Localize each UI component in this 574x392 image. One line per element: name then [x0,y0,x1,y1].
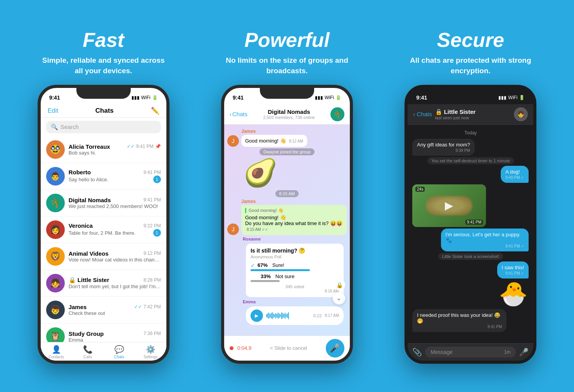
chat-preview: Vote now! Moar cat videos in this channe… [69,257,161,263]
date-separator: Today [408,130,533,136]
status-time-1: 9:41 [49,95,60,101]
avatar: 🥸 [46,140,65,159]
poll-content: Is it still morning? 🤔 Anonymous Poll ✓ … [246,244,344,297]
sender-name-2: James [241,199,347,204]
msg-time: 9:40 PM ✓ [505,175,524,180]
settings-icon: ⚙️ [146,345,156,354]
read-check: ✓✓ [134,304,142,309]
msg-row-left-2: I needed proof this was your idea! 😂🤭 9:… [408,309,533,332]
poll-label-2: Not sure [275,273,294,279]
msg-right: A dog! 9:40 PM ✓ [501,166,529,183]
search-placeholder: Search [61,124,79,130]
notch-2 [260,88,314,99]
chat-preview: We just reached 2,500 members! WOO! [69,203,161,209]
group-sub: 2,503 members, 736 online [251,115,327,120]
list-item[interactable]: 👨 Roberto 9:41 PM Say hello to Alice. 1 [41,163,166,190]
poll-option-2[interactable]: 33% Not sure [251,273,339,282]
wv-bar [284,314,284,318]
scroll-down-button[interactable]: ⌄ [333,292,345,304]
chats-icon: 💬 [114,345,124,354]
panel-secure-subtitle: All chats are protected with strong encr… [408,55,533,76]
poll-time: 8:16 AM [251,289,339,293]
wv-bar [275,313,276,318]
sender-name: James [241,129,307,134]
system-msg-screenshot: Little Sister took a screenshot! [438,253,503,260]
mic-icon[interactable]: 🎤 [519,347,529,357]
back-button-2[interactable]: ‹ Chats [230,111,247,117]
msg-time-4: 9:41 PM [417,325,502,329]
list-item[interactable]: 🥸 Alicia Torreaux ✓✓ 9:41 PM 📌 Bob says … [41,136,166,163]
voice-sender: Emma [243,299,347,304]
message-placeholder: Message [430,349,453,355]
attach-icon[interactable]: 📎 [412,347,422,357]
back-button-3[interactable]: ‹ Chats [413,111,432,117]
unread-badge: 1 [153,229,161,237]
group-messages: J James Good morning! 👋 8:12 AM Dwayne j… [224,125,350,335]
tab-contacts-label: Contacts [48,355,64,359]
poll-option-1[interactable]: ✓ 67% Sure! [251,262,339,271]
group-info: Digital Nomads 2,503 members, 736 online [251,108,327,120]
panel-fast: Fast Simple, reliable and synced across … [12,21,195,371]
chat-time: 9:41 PM [144,197,161,203]
calls-icon: 📞 [83,345,93,354]
tab-settings[interactable]: ⚙️ Settings [135,345,166,359]
phone-powerful: 9:41 ▮▮▮ WiFi 🔋 ‹ Chats Digital Nomads 2… [221,85,353,364]
wv-bar [288,312,289,319]
notch-1 [76,88,131,99]
wifi-icon-2: WiFi [325,95,334,100]
panel-powerful: Powerful No limits on the size of groups… [195,21,379,371]
signal-icon-3: ▮▮▮ [498,95,507,100]
poll-card: Roxanne Is it still morning? 🤔 Anonymous… [243,237,347,297]
compose-button[interactable]: ✏️ [151,107,159,115]
voice-content: ▶ [246,306,344,325]
play-button[interactable]: ▶ [251,309,263,322]
sender-avatar-2: J [227,224,239,235]
mic-button[interactable]: 🎤 [326,339,344,358]
poll-sender: Roxanne [243,237,347,241]
chat-time: 9:22 PM [144,223,161,229]
chat-time: 9:41 PM [136,144,154,149]
wifi-icon-3: WiFi [508,95,517,100]
pin-icon: 📌 [155,144,161,149]
panel-secure-title: Secure [437,28,504,52]
list-item[interactable]: 👩 Veronica 9:22 PM Table for four, 2 PM.… [41,217,166,243]
tab-calls[interactable]: 📞 Calls [72,345,104,359]
system-msg-destruct: You set the self-destruct timer to 1 min… [427,157,514,164]
wv-bar [268,313,269,319]
chat-time: 7:42 PM [144,304,161,309]
chevron-left-icon-3: ‹ [413,111,415,117]
status-time-3: 9:41 [416,95,427,101]
poll-voted: 345 voted [251,284,339,289]
wv-bar [272,312,273,319]
search-bar[interactable]: 🔍 Search [46,121,161,133]
message-bubble: Good morning! 👋 8:12 AM [241,135,307,147]
lock-icon: 🔒 [334,280,345,291]
msg-group-2: J James Good morning! 👋 Good morning! 👋D… [227,199,347,235]
tab-contacts[interactable]: 👤 Contacts [41,345,72,359]
battery-icon-2: 🔋 [335,95,341,100]
contact-avatar: 👧 [514,107,528,121]
avatar: 👦 [46,301,65,319]
chats-header: Edit Chats ✏️ [41,104,166,118]
wv-bar [273,313,274,318]
panel-secure: Secure All chats are protected with stro… [379,21,562,371]
list-item[interactable]: 👦 James ✓✓ 7:42 PM Check these out [41,297,166,323]
chat-name: Study Group [69,330,104,337]
list-item[interactable]: 👧 🔒 Little Sister 8:28 PM Don't tell mom… [41,270,166,297]
message-input[interactable]: Message 1m [425,347,516,358]
chat-preview: Bob says hi. [69,150,161,156]
chat-preview: Check these out [69,310,161,316]
read-check: ✓✓ [127,144,135,149]
voice-time: 8:17 AM [325,313,339,318]
list-item[interactable]: 🦁 Animal Videos 9:12 PM Vote now! Moar c… [41,243,166,270]
chat-time: 9:12 PM [144,251,161,256]
sticker-right: 🐣 [408,280,528,308]
waveform [266,312,310,320]
tab-chats[interactable]: 💬 Chats [104,345,135,359]
list-item[interactable]: 🌴 Digital Nomads 9:41 PM We just reached… [41,190,166,217]
chat-name: Roberto [69,169,91,175]
group-name: Digital Nomads [251,108,327,115]
msg-row-right-2: I'm serious. Let's get her a puppy. 🐾 9:… [408,229,533,251]
edit-button[interactable]: Edit [48,107,59,114]
chat-name: Digital Nomads [69,197,111,203]
